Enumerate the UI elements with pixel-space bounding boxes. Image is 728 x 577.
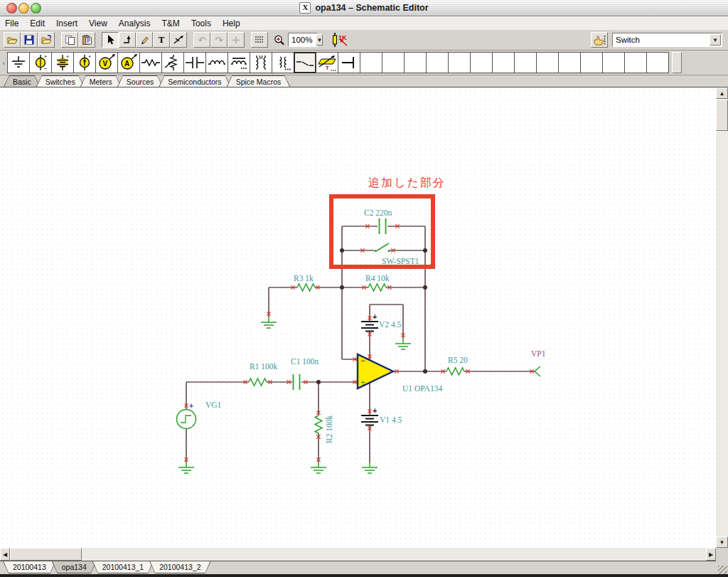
label-vp1[interactable]: VP1	[531, 349, 546, 358]
scroll-down-button[interactable]: ▼	[716, 536, 728, 548]
menu-insert[interactable]: Insert	[50, 16, 83, 30]
menu-analysis[interactable]: Analysis	[113, 16, 156, 30]
menu-edit[interactable]: Edit	[24, 16, 50, 30]
text-tool-button[interactable]: T	[153, 32, 170, 48]
resistor-r3[interactable]	[297, 284, 315, 291]
opamp-u1[interactable]: − +	[358, 354, 393, 388]
palette-empty-cell	[624, 52, 647, 73]
origin-button[interactable]: ✛	[228, 32, 245, 48]
scroll-left-button[interactable]: ◀	[0, 548, 10, 561]
grid-toggle-button[interactable]	[251, 32, 268, 48]
minimize-window-button[interactable]	[18, 3, 29, 14]
undo-button[interactable]: ↶	[193, 32, 210, 48]
value-tool-button[interactable]: 1K	[329, 32, 350, 48]
palette-voltage-source-button[interactable]: + −	[29, 52, 52, 73]
wire-tool-button[interactable]	[119, 32, 136, 48]
save-button[interactable]	[21, 32, 38, 48]
resistor-r2[interactable]	[315, 415, 322, 433]
palette-ground-button[interactable]	[7, 52, 30, 73]
component-selector-combo[interactable]: Switch ▼	[612, 33, 722, 47]
horizontal-scroll-thumb[interactable]	[10, 548, 82, 561]
capacitor-c2[interactable]	[380, 218, 386, 234]
label-v2[interactable]: V2 4.5	[379, 320, 402, 329]
resistor-r5[interactable]	[446, 368, 464, 375]
palette-transformer-m-button[interactable]: M	[250, 52, 272, 73]
tab-basic[interactable]: Basic	[4, 75, 41, 87]
vertical-scroll-thumb[interactable]	[716, 100, 728, 131]
label-r2[interactable]: R2 100k	[325, 415, 333, 443]
scroll-up-button[interactable]: ▲	[716, 88, 728, 99]
palette-resistor-button[interactable]	[139, 52, 162, 73]
label-sw1[interactable]: SW-SPST1	[382, 257, 419, 265]
resistor-r4[interactable]	[368, 284, 386, 291]
label-r3[interactable]: R3 1k	[294, 274, 314, 282]
palette-battery-button[interactable]: +	[51, 52, 74, 73]
label-r4[interactable]: R4 10k	[365, 274, 390, 282]
sheet-tab-opa134[interactable]: opa134	[52, 561, 97, 573]
component-search-button[interactable]	[591, 32, 608, 48]
label-c1[interactable]: C1 100n	[291, 357, 319, 366]
label-r1[interactable]: R1 100k	[250, 362, 278, 371]
label-vg1[interactable]: VG1	[205, 401, 222, 409]
ground-icon[interactable]	[261, 317, 277, 328]
palette-ammeter-button[interactable]: A	[117, 52, 140, 73]
ground-icon[interactable]	[311, 462, 326, 473]
zoom-level-combo[interactable]: 100% ▼	[288, 33, 318, 47]
palette-empty-cell	[602, 52, 625, 73]
paste-button[interactable]	[78, 32, 95, 48]
redo-button[interactable]: ↷	[210, 32, 228, 48]
ground-icon[interactable]	[178, 462, 194, 473]
scroll-right-button[interactable]: ▶	[706, 548, 716, 561]
palette-scroll-grip[interactable]	[672, 52, 682, 73]
tab-spice-macros[interactable]: Spice Macros	[227, 75, 291, 87]
cursor-tool-button[interactable]	[102, 32, 119, 48]
menu-help[interactable]: Help	[217, 16, 246, 30]
label-u1[interactable]: U1 OPA134	[402, 384, 442, 393]
copy-button[interactable]	[61, 32, 78, 48]
switch-sw1[interactable]	[375, 243, 390, 252]
menu-view[interactable]: View	[83, 16, 113, 30]
schematic-canvas[interactable]: + + + − +	[0, 88, 716, 548]
tab-switches[interactable]: Switches	[36, 75, 85, 87]
palette-inductor-button[interactable]	[205, 52, 228, 73]
pencil-tool-button[interactable]	[136, 32, 153, 48]
zoom-window-button[interactable]	[31, 3, 41, 14]
label-c2[interactable]: C2 220n	[364, 208, 392, 217]
label-v1[interactable]: V1 4.5	[380, 415, 402, 424]
palette-potentiometer-button[interactable]	[161, 52, 184, 73]
svg-text:A: A	[124, 60, 129, 68]
menu-file[interactable]: File	[0, 16, 24, 30]
sheet-tab-20100413-1[interactable]: 20100413_1	[92, 561, 154, 573]
palette-transformer-button[interactable]	[272, 52, 294, 73]
palette-capacitor-button[interactable]	[183, 52, 206, 73]
palette-terminal-button[interactable]	[338, 52, 360, 73]
label-r5[interactable]: R5 20	[448, 356, 468, 364]
sheet-tab-20100413-2[interactable]: 20100413_2	[149, 561, 210, 573]
resistor-r1[interactable]	[249, 379, 267, 386]
horizontal-scrollbar[interactable]: ◀ ▶	[0, 548, 716, 561]
palette-voltmeter-button[interactable]: V	[95, 52, 118, 73]
sheet-tab-20100413[interactable]: 20100413	[3, 561, 56, 573]
palette-current-source-button[interactable]: +	[73, 52, 96, 73]
zoom-tool-button[interactable]	[271, 32, 288, 48]
tab-semiconductors[interactable]: Semiconductors	[159, 75, 230, 87]
open-button[interactable]	[4, 32, 21, 48]
svg-text:+: +	[88, 54, 91, 59]
output-pin-vp1[interactable]	[535, 366, 540, 376]
ground-icon[interactable]	[395, 339, 411, 349]
component-selector-dropdown-icon[interactable]: ▼	[710, 34, 721, 46]
palette-controlled-switch-button[interactable]: T	[316, 52, 338, 73]
palette-coupled-inductors-button[interactable]	[228, 52, 250, 73]
menu-tm[interactable]: T&M	[156, 16, 186, 30]
tab-sources[interactable]: Sources	[117, 75, 164, 87]
capacitor-c1[interactable]	[294, 374, 300, 390]
vertical-scrollbar[interactable]: ▲ ▼	[716, 88, 728, 548]
import-button[interactable]	[38, 32, 55, 48]
delete-wire-tool-button[interactable]	[170, 32, 187, 48]
close-window-button[interactable]	[6, 3, 17, 14]
tab-meters[interactable]: Meters	[80, 75, 122, 87]
palette-switch-button[interactable]	[294, 52, 316, 73]
menu-tools[interactable]: Tools	[186, 16, 217, 30]
ground-icon[interactable]	[362, 462, 378, 473]
wires[interactable]	[186, 226, 535, 462]
